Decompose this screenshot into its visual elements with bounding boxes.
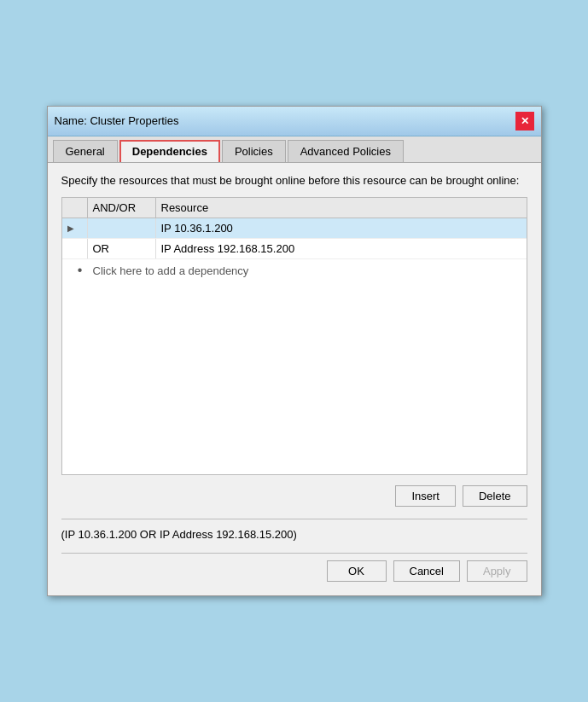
close-button[interactable]: ✕ <box>515 112 534 131</box>
bottom-button-row: OK Cancel Apply <box>61 553 527 585</box>
dialog-window: Name: Cluster Properties ✕ General Depen… <box>47 106 542 596</box>
row1-indicator: ▶ <box>62 218 88 238</box>
add-dependency-row[interactable]: • Click here to add a dependency <box>62 259 527 281</box>
title-bar: Name: Cluster Properties ✕ <box>48 107 541 136</box>
expression-display: (IP 10.36.1.200 OR IP Address 192.168.15… <box>61 526 527 542</box>
description-text: Specify the resources that must be broug… <box>61 173 527 189</box>
tab-general[interactable]: General <box>53 140 118 162</box>
row1-resource: IP 10.36.1.200 <box>156 218 527 238</box>
dependency-grid: AND/OR Resource ▶ IP 10.36.1.200 OR IP A… <box>61 197 527 475</box>
row2-resource: IP Address 192.168.15.200 <box>156 239 527 258</box>
tab-bar: General Dependencies Policies Advanced P… <box>48 136 541 163</box>
tab-content: Specify the resources that must be broug… <box>48 163 541 595</box>
grid-action-buttons: Insert Delete <box>61 482 527 510</box>
col-indicator <box>62 198 88 218</box>
col-resource: Resource <box>156 198 527 218</box>
row2-and-or: OR <box>88 239 156 258</box>
insert-button[interactable]: Insert <box>395 485 456 507</box>
col-and-or: AND/OR <box>88 198 156 218</box>
cancel-button[interactable]: Cancel <box>393 560 460 582</box>
tab-policies[interactable]: Policies <box>222 140 286 162</box>
delete-button[interactable]: Delete <box>463 485 527 507</box>
row1-and-or <box>88 218 156 238</box>
add-dot-icon: • <box>67 263 93 278</box>
divider <box>61 519 527 519</box>
grid-header: AND/OR Resource <box>62 198 527 218</box>
row-arrow-icon: ▶ <box>67 223 74 233</box>
table-row[interactable]: ▶ IP 10.36.1.200 <box>62 218 527 239</box>
grid-body: ▶ IP 10.36.1.200 OR IP Address 192.168.1… <box>62 218 527 474</box>
dialog-title: Name: Cluster Properties <box>55 114 179 127</box>
add-dependency-label: Click here to add a dependency <box>93 264 249 277</box>
row2-indicator <box>62 239 88 258</box>
ok-button[interactable]: OK <box>327 560 387 582</box>
table-row[interactable]: OR IP Address 192.168.15.200 <box>62 239 527 259</box>
tab-dependencies[interactable]: Dependencies <box>119 140 220 162</box>
tab-advanced-policies[interactable]: Advanced Policies <box>288 140 404 162</box>
apply-button[interactable]: Apply <box>467 560 527 582</box>
